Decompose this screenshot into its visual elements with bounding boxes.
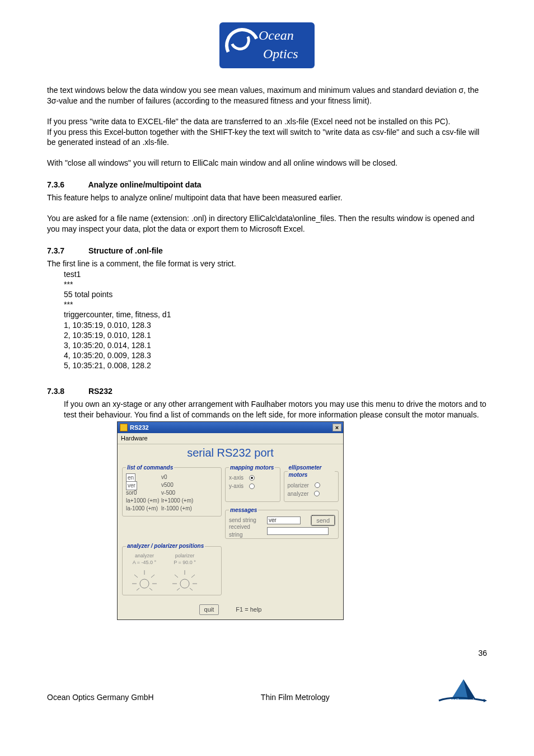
mapping-x-radio[interactable] [249, 475, 255, 481]
send-button[interactable]: send [311, 515, 335, 526]
svg-line-14 [177, 588, 180, 590]
app-icon [120, 424, 128, 431]
ap-legend: analyzer / polarizer positions [126, 542, 205, 550]
ellip-legend: ellipsometer motors [288, 464, 335, 479]
polarizer-label: polarizer [166, 552, 203, 559]
polarizer-value: P = 90.0 ° [166, 559, 203, 566]
mikropack-text: Mikropack [452, 698, 476, 703]
body-para-2a: If you press "write data to EXCEL-file" … [47, 116, 487, 127]
sec736-p2: You are asked for a file name (extension… [47, 213, 487, 234]
cmd-v0[interactable]: v0 [161, 473, 200, 481]
heading-736-title: Analyze online/multipoint data [88, 180, 201, 189]
header-logo: Ocean Optics [47, 22, 487, 71]
body-para-3: With "close all windows" you will return… [47, 158, 487, 168]
svg-line-7 [149, 588, 152, 590]
body-para-1: the text windows below the data window y… [47, 85, 487, 106]
analyzer-gauge: analyzer A = -45.0 ° [126, 552, 163, 591]
sec738-p1: If you own an xy-stage or any other arra… [64, 399, 487, 420]
send-input[interactable] [267, 516, 301, 524]
recv-input[interactable] [267, 527, 329, 535]
ellip-pol-radio[interactable] [315, 482, 320, 488]
close-icon[interactable]: × [332, 424, 341, 431]
mapping-y-label: y-axis [229, 482, 243, 490]
logo-text-2: Optics [263, 45, 298, 63]
body-para-2b: If you press this Excel-button together … [47, 127, 487, 148]
ellip-ana-label: analyzer [288, 490, 309, 498]
ellip-pol-label: polarizer [288, 482, 309, 490]
cmd-sor0[interactable]: sor0 [126, 489, 160, 497]
cmd-la-minus[interactable]: la-1000 (+m) [126, 505, 160, 513]
analyzer-dial-icon [129, 567, 160, 591]
mapping-legend: mapping motors [229, 464, 275, 472]
svg-line-10 [175, 575, 178, 577]
svg-marker-18 [484, 699, 487, 702]
svg-line-15 [190, 588, 193, 590]
heading-738: 7.3.8 RS232 [47, 386, 487, 397]
window-heading: serial RS232 port [118, 444, 343, 464]
onl-line: triggercounter, time, fitness, d1 [64, 309, 487, 320]
cmd-la-plus[interactable]: la+1000 (+m) [126, 497, 160, 505]
mapping-panel: mapping motors x-axis y-axis [225, 464, 280, 502]
help-hint: F1 = help [236, 605, 261, 614]
heading-736-num: 7.3.6 [47, 180, 86, 190]
cmd-lr-minus[interactable]: lr-1000 (+m) [161, 505, 200, 513]
onl-line: 2, 10:35:19, 0.010, 128.1 [64, 330, 487, 340]
svg-point-0 [140, 579, 149, 588]
onl-line: 5, 10:35:21, 0.008, 128.2 [64, 360, 487, 370]
page-number: 36 [478, 649, 487, 658]
svg-line-3 [151, 575, 154, 577]
ellip-panel: ellipsometer motors polarizer analyzer [284, 464, 339, 502]
onl-line: test1 [64, 269, 487, 279]
commands-panel: list of commands en ver sor0 la+1000 (+m… [122, 464, 222, 517]
messages-legend: messages [229, 506, 258, 514]
footer-center: Thin Film Metrology [261, 692, 330, 703]
mapping-x-label: x-axis [229, 474, 243, 482]
window-title: RS232 [130, 424, 149, 432]
page-footer: Ocean Optics Germany GmbH Thin Film Metr… [47, 692, 487, 703]
heading-737-title: Structure of .onl-file [88, 246, 163, 255]
quit-button[interactable]: quit [199, 604, 219, 615]
cmd-v500[interactable]: v500 [161, 481, 200, 489]
svg-line-6 [137, 588, 139, 590]
logo-text-1: Ocean [259, 28, 294, 43]
messages-panel: messages send string send received strin… [225, 506, 339, 539]
polarizer-gauge: polarizer P = 90.0 ° [166, 552, 203, 591]
mapping-y-radio[interactable] [249, 483, 255, 489]
onl-line: *** [64, 279, 487, 289]
menu-hardware[interactable]: Hardware [118, 433, 343, 444]
analyzer-label: analyzer [126, 552, 163, 559]
footer-left: Ocean Optics Germany GmbH [47, 692, 154, 703]
sec737-intro: The first line is a comment, the file fo… [47, 259, 487, 269]
sec736-p1: This feature helps to analyze online/ mu… [47, 192, 487, 203]
ocean-optics-logo: Ocean Optics [219, 22, 315, 68]
onl-line: 4, 10:35:20, 0.009, 128.3 [64, 350, 487, 360]
onl-file-block: test1 *** 55 total points *** triggercou… [64, 269, 487, 371]
analyzer-value: A = -45.0 ° [126, 559, 163, 566]
ap-panel: analyzer / polarizer positions analyzer … [122, 542, 222, 595]
ellip-ana-radio[interactable] [314, 491, 320, 496]
heading-736: 7.3.6 Analyze online/multipoint data [47, 180, 487, 190]
svg-point-8 [180, 579, 189, 588]
onl-line: 3, 10:35:20, 0.014, 128.1 [64, 340, 487, 350]
recv-label: received string [229, 523, 264, 538]
onl-line: 55 total points [64, 289, 487, 299]
heading-738-title: RS232 [88, 387, 113, 396]
onl-line: 1, 10:35:19, 0.010, 128.3 [64, 320, 487, 330]
mikropack-logo: Mikropack [437, 678, 487, 706]
titlebar[interactable]: RS232 × [118, 422, 343, 433]
rs232-window: RS232 × Hardware serial RS232 port list … [117, 421, 344, 620]
cmd-lr-plus[interactable]: lr+1000 (+m) [161, 497, 200, 505]
heading-737: 7.3.7 Structure of .onl-file [47, 246, 487, 256]
svg-line-2 [134, 575, 138, 577]
svg-line-11 [191, 575, 195, 577]
onl-line: *** [64, 299, 487, 309]
heading-738-num: 7.3.8 [47, 386, 86, 397]
polarizer-dial-icon [169, 567, 200, 591]
cmd-v-500[interactable]: v-500 [161, 489, 200, 497]
commands-legend: list of commands [126, 464, 174, 472]
heading-737-num: 7.3.7 [47, 246, 86, 256]
